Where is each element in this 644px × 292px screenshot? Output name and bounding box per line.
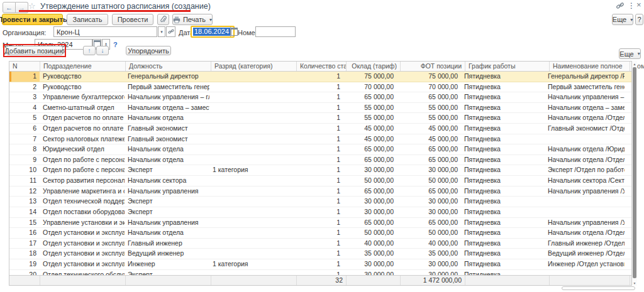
table-cell[interactable] [625,207,631,217]
table-cell[interactable] [209,134,294,144]
table-cell[interactable]: 30 000,00 [397,270,461,275]
table-cell[interactable]: 8 [9,144,40,154]
more-button-top[interactable]: Еще ▾ [612,14,633,25]
table-cell[interactable]: Пятидневка [461,176,545,186]
order-button[interactable]: Упорядочить [126,46,171,55]
table-cell[interactable] [209,113,294,123]
table-cell[interactable]: Главный экономист [125,124,209,134]
table-cell[interactable]: Первый заместитель генерал… [545,82,625,92]
table-cell[interactable]: Главный инженер [125,239,209,249]
table-cell[interactable] [625,249,631,259]
table-cell[interactable] [625,103,631,113]
scrollbar-thumb[interactable] [633,67,636,278]
table-cell[interactable]: Эксперт [125,197,209,207]
table-row[interactable]: 16Отдел установки и эксплуатации …Началь… [9,228,631,239]
table-cell[interactable] [209,92,294,102]
table-cell[interactable]: 1 [294,249,343,259]
table-cell[interactable]: 30 000,00 [343,207,397,217]
table-cell[interactable]: Пятидневка [461,155,545,165]
horizontal-scrollbar-thumb[interactable] [562,286,635,290]
table-cell[interactable]: 1 [294,228,343,238]
table-cell[interactable]: 9 [9,155,40,165]
table-cell[interactable]: 65 000,00 [397,155,461,165]
table-row[interactable]: 10Отдел по работе с персоналомЭксперт1 к… [9,165,631,176]
table-cell[interactable]: Отдел поставки оборудования [40,207,125,217]
table-cell[interactable]: Пятидневка [461,144,545,154]
move-up-button[interactable]: ↑ [83,46,96,55]
column-header[interactable]: График работы [465,62,550,71]
column-header[interactable]: Количество ставок [297,62,347,71]
table-cell[interactable]: 1 категория [209,165,294,175]
table-cell[interactable]: Пятидневка [461,187,545,197]
table-cell[interactable]: Генеральный директор [125,72,209,82]
table-cell[interactable]: 18 [9,249,40,259]
table-cell[interactable] [625,124,631,134]
table-cell[interactable]: Пятидневка [461,103,545,113]
table-cell[interactable]: 75 000,00 [343,72,397,82]
table-row[interactable]: 4Сметно-штатный отделНачальник отдела – … [9,103,631,114]
table-cell[interactable]: 1 [294,218,343,228]
scroll-up-icon[interactable]: ▲ [632,61,637,67]
table-cell[interactable]: Начальник управления [125,218,209,228]
table-cell[interactable]: 50 000,00 [397,228,461,238]
table-cell[interactable]: 6 [9,124,40,134]
table-row[interactable]: 20Отдел технического обслуживан…Эксперт1… [9,270,631,275]
table-cell[interactable]: Сметно-штатный отдел [40,103,125,113]
table-cell[interactable]: 30 000,00 [343,270,397,275]
month-help-link[interactable]: ? [113,41,118,48]
add-position-button[interactable]: Добавить позицию [6,46,63,55]
table-cell[interactable]: 70 000,00 [397,82,461,92]
table-cell[interactable]: 5 [9,113,40,123]
post-button[interactable]: Провести [112,14,153,25]
table-cell[interactable]: 1 [294,92,343,102]
table-cell[interactable]: 1 [294,155,343,165]
column-header[interactable]: N [9,62,40,71]
table-cell[interactable]: 15 [9,218,40,228]
table-cell[interactable]: Отдел расчетов по оплате труда [40,113,125,123]
table-cell[interactable]: Отдел расчетов по оплате труда [40,124,125,134]
table-cell[interactable]: 1 [294,144,343,154]
table-cell[interactable]: 45 000,00 [397,134,461,144]
table-row[interactable]: 7Сектор налоговых платежей и ра…Главный … [9,134,631,145]
table-cell[interactable]: Начальник сектора /Сектор р… [545,176,625,186]
table-cell[interactable] [625,72,631,82]
more-button-table[interactable]: Еще ▾ [619,48,641,59]
move-down-button[interactable]: ↓ [96,46,109,55]
table-cell[interactable]: 30 000,00 [343,165,397,175]
table-cell[interactable]: Пятидневка [461,218,545,228]
table-cell[interactable]: Пятидневка [461,249,545,259]
table-cell[interactable] [209,249,294,259]
column-header[interactable]: Наименование полное [550,62,630,71]
table-cell[interactable]: Начальник отдела – замести… [545,103,625,113]
table-cell[interactable]: Эксперт [125,165,209,175]
table-cell[interactable] [209,155,294,165]
table-cell[interactable]: Пятидневка [461,92,545,102]
column-header[interactable]: Разряд (категория) [211,62,297,71]
column-header[interactable]: Должность [126,62,211,71]
table-cell[interactable]: Начальник отдела – заместитель… [125,103,209,113]
table-cell[interactable]: Начальник управления [125,187,209,197]
table-cell[interactable]: Начальник управления – гла… [545,92,625,102]
table-cell[interactable]: 1 [294,207,343,217]
table-cell[interactable]: 11 [9,176,40,186]
table-cell[interactable]: Главный инженер /Отдел уст… [545,239,625,249]
table-cell[interactable] [209,176,294,186]
table-cell[interactable]: Эксперт [125,207,209,217]
table-row[interactable]: 18Отдел установки и эксплуатации …Ведущи… [9,249,631,259]
table-cell[interactable]: 65 000,00 [397,218,461,228]
table-cell[interactable]: 55 000,00 [343,113,397,123]
table-cell[interactable]: 50 000,00 [343,176,397,186]
table-cell[interactable] [209,228,294,238]
column-header[interactable]: Оклад (тариф) [347,62,401,71]
table-row[interactable]: 1РуководствоГенеральный директор175 000,… [9,72,631,82]
table-cell[interactable]: Начальник сектора [125,176,209,186]
table-cell[interactable] [209,144,294,154]
table-cell[interactable]: Пятидневка [461,239,545,249]
table-cell[interactable]: Эксперт /Отдел по работе с … [545,165,625,175]
table-cell[interactable]: Начальник отдела [125,144,209,154]
table-cell[interactable]: Пятидневка [461,124,545,134]
table-cell[interactable] [545,197,625,207]
table-cell[interactable]: Пятидневка [461,207,545,217]
attachments-button[interactable] [157,14,169,25]
table-cell[interactable]: 50 000,00 [397,176,461,186]
